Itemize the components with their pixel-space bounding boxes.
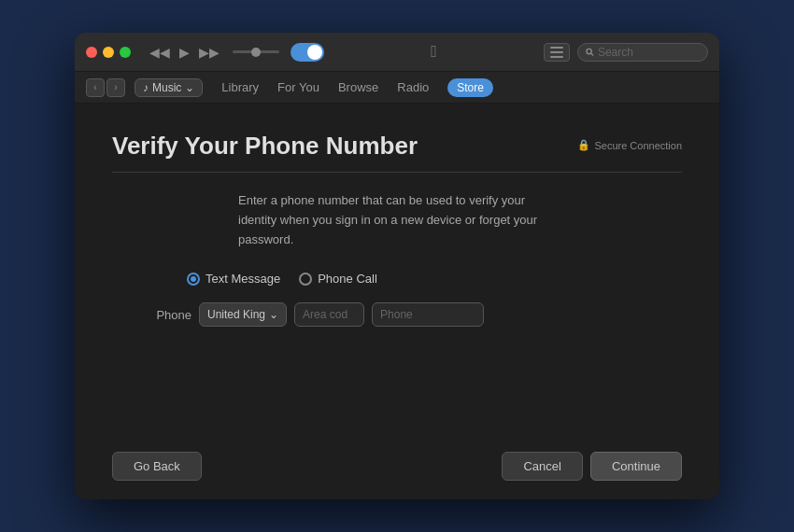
nav-radio[interactable]: Radio	[397, 80, 429, 94]
play-button[interactable]: ▶	[177, 45, 191, 60]
lock-icon: 🔒	[577, 139, 590, 151]
continue-button[interactable]: Continue	[590, 452, 682, 481]
chevron-down-icon: ⌄	[269, 308, 278, 321]
forward-button[interactable]: ▶▶	[197, 45, 221, 60]
text-message-option[interactable]: Text Message	[187, 272, 280, 286]
list-view-button[interactable]	[544, 43, 570, 62]
nav-arrows: ‹ ›	[86, 78, 125, 97]
country-dropdown[interactable]: United King ⌄	[199, 302, 287, 327]
close-button[interactable]	[86, 47, 97, 58]
view-toggle[interactable]	[291, 43, 324, 62]
search-icon	[586, 48, 594, 57]
apple-logo: 	[332, 42, 536, 62]
phone-call-label: Phone Call	[318, 272, 377, 286]
form-area: Enter a phone number that can be used to…	[112, 191, 682, 437]
nav-links: Library For You Browse Radio Store	[221, 78, 493, 97]
svg-point-3	[587, 49, 591, 53]
radio-group: Text Message Phone Call	[187, 272, 377, 286]
rewind-button[interactable]: ◀◀	[148, 45, 172, 60]
traffic-lights	[86, 47, 131, 58]
svg-rect-2	[550, 56, 563, 58]
titlebar: ◀◀ ▶ ▶▶ 	[75, 33, 719, 72]
volume-control[interactable]	[233, 50, 279, 53]
music-icon: ♪	[143, 81, 149, 94]
description-text: Enter a phone number that can be used to…	[238, 191, 556, 249]
nav-back-button[interactable]: ‹	[86, 78, 105, 97]
divider	[112, 172, 682, 173]
phone-field-label: Phone	[149, 308, 191, 322]
footer: Go Back Cancel Continue	[112, 437, 682, 481]
area-code-input[interactable]	[294, 302, 364, 327]
nav-library[interactable]: Library	[221, 80, 259, 94]
search-input[interactable]	[598, 46, 700, 59]
text-message-label: Text Message	[206, 272, 280, 286]
secure-connection-label: Secure Connection	[594, 140, 682, 151]
toggle-knob	[307, 45, 322, 60]
radio-dot	[191, 276, 196, 282]
nav-for-you[interactable]: For You	[277, 80, 319, 94]
volume-knob	[251, 48, 261, 57]
phone-number-input[interactable]	[372, 302, 484, 327]
page-title: Verify Your Phone Number	[112, 132, 418, 161]
navbar: ‹ › ♪ Music ⌄ Library For You Browse Rad…	[75, 72, 719, 104]
phone-row: Phone United King ⌄	[149, 302, 484, 327]
nav-forward-button[interactable]: ›	[106, 78, 125, 97]
phone-call-radio[interactable]	[299, 273, 312, 286]
svg-line-4	[591, 53, 593, 55]
nav-browse[interactable]: Browse	[338, 80, 378, 94]
phone-call-option[interactable]: Phone Call	[299, 272, 377, 286]
text-message-radio[interactable]	[187, 273, 200, 286]
cancel-button[interactable]: Cancel	[502, 452, 582, 481]
music-selector[interactable]: ♪ Music ⌄	[135, 78, 203, 97]
country-value: United King	[207, 308, 265, 321]
go-back-button[interactable]: Go Back	[112, 452, 202, 481]
dropdown-arrow-icon: ⌄	[185, 81, 194, 94]
app-window: ◀◀ ▶ ▶▶ 	[75, 33, 719, 499]
minimize-button[interactable]	[103, 47, 114, 58]
volume-slider[interactable]	[233, 50, 279, 53]
header-row: Verify Your Phone Number 🔒 Secure Connec…	[112, 132, 682, 166]
svg-rect-1	[550, 51, 563, 53]
playback-controls: ◀◀ ▶ ▶▶	[148, 45, 221, 60]
footer-right-buttons: Cancel Continue	[502, 452, 682, 481]
music-label: Music	[152, 81, 181, 94]
nav-store[interactable]: Store	[447, 78, 493, 97]
fullscreen-button[interactable]	[120, 47, 131, 58]
search-bar[interactable]	[577, 43, 708, 62]
svg-rect-0	[550, 47, 563, 49]
main-content: Verify Your Phone Number 🔒 Secure Connec…	[75, 104, 719, 499]
